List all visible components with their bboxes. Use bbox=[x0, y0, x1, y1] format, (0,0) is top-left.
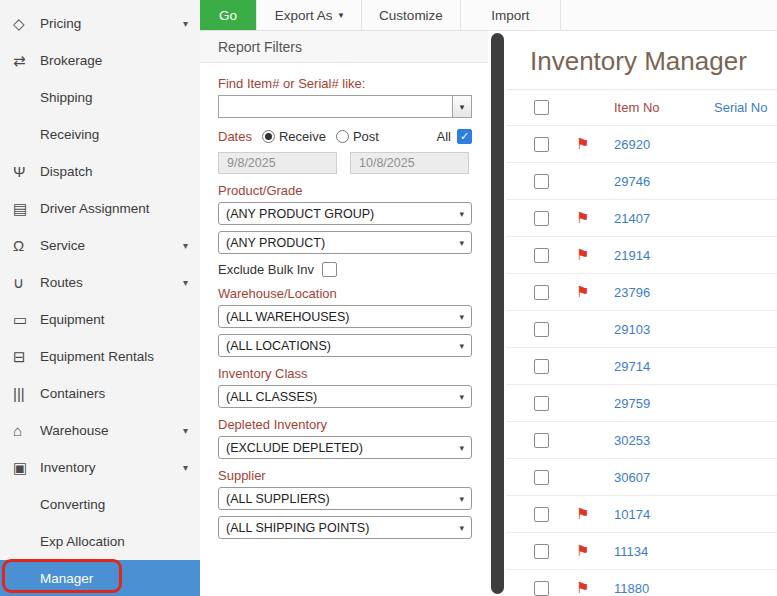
filters-header: Report Filters bbox=[200, 31, 488, 63]
receive-radio[interactable] bbox=[262, 130, 275, 143]
flag-icon[interactable]: ⚑ bbox=[576, 246, 614, 264]
export-as-label: Export As bbox=[275, 8, 333, 23]
item-no-link[interactable]: 29746 bbox=[614, 174, 714, 189]
find-item-input[interactable] bbox=[218, 95, 452, 118]
select-all-checkbox[interactable] bbox=[534, 100, 549, 115]
row-checkbox[interactable] bbox=[534, 211, 549, 226]
table-row: ⚑21407 bbox=[506, 200, 777, 237]
item-no-link[interactable]: 26920 bbox=[614, 137, 714, 152]
item-no-link[interactable]: 11134 bbox=[614, 544, 714, 559]
chevron-down-icon: ▾ bbox=[183, 277, 188, 288]
sidebar-item-warehouse[interactable]: ⌂Warehouse▾ bbox=[0, 412, 200, 449]
row-checkbox[interactable] bbox=[534, 322, 549, 337]
table-row: 30253 bbox=[506, 422, 777, 459]
container-icon: ||| bbox=[13, 385, 40, 402]
sidebar-item-converting[interactable]: Converting bbox=[0, 486, 200, 523]
row-checkbox[interactable] bbox=[534, 137, 549, 152]
item-no-link[interactable]: 30607 bbox=[614, 470, 714, 485]
dates-row: Dates Receive Post All ✓ bbox=[218, 129, 472, 144]
locations-select[interactable]: (ALL LOCATIONS) ▾ bbox=[218, 334, 472, 357]
main-area: Go Export As ▾ Customize Import Report F… bbox=[200, 0, 777, 596]
sidebar-item-receiving[interactable]: Receiving bbox=[0, 116, 200, 153]
sidebar-item-label: Inventory bbox=[40, 460, 96, 475]
row-checkbox[interactable] bbox=[534, 544, 549, 559]
sidebar-item-inventory[interactable]: ▣Inventory▾ bbox=[0, 449, 200, 486]
sidebar-item-service[interactable]: ΩService▾ bbox=[0, 227, 200, 264]
depleted-select[interactable]: (EXCLUDE DEPLETED) ▾ bbox=[218, 436, 472, 459]
flag-icon[interactable]: ⚑ bbox=[576, 542, 614, 560]
row-checkbox[interactable] bbox=[534, 396, 549, 411]
sidebar-item-pricing[interactable]: ◇Pricing▾ bbox=[0, 5, 200, 42]
product-value: (ANY PRODUCT) bbox=[226, 236, 325, 250]
chevron-down-icon: ▾ bbox=[459, 494, 464, 504]
suppliers-select[interactable]: (ALL SUPPLIERS) ▾ bbox=[218, 487, 472, 510]
sidebar-item-equipment-rentals[interactable]: ⊟Equipment Rentals bbox=[0, 338, 200, 375]
chevron-down-icon: ▾ bbox=[459, 523, 464, 533]
row-checkbox[interactable] bbox=[534, 359, 549, 374]
row-checkbox[interactable] bbox=[534, 248, 549, 263]
item-no-link[interactable]: 30253 bbox=[614, 433, 714, 448]
row-checkbox[interactable] bbox=[534, 433, 549, 448]
classes-select[interactable]: (ALL CLASSES) ▾ bbox=[218, 385, 472, 408]
item-no-link[interactable]: 10174 bbox=[614, 507, 714, 522]
row-checkbox[interactable] bbox=[534, 507, 549, 522]
date-from-input: 9/8/2025 bbox=[218, 152, 337, 174]
sidebar-item-manager[interactable]: Manager bbox=[0, 560, 200, 596]
sidebar-item-shipping[interactable]: Shipping bbox=[0, 79, 200, 116]
flag-icon[interactable]: ⚑ bbox=[576, 505, 614, 523]
scrollbar-thumb[interactable] bbox=[491, 33, 504, 594]
sidebar-item-driver-assignment[interactable]: ▤Driver Assignment bbox=[0, 190, 200, 227]
combo-dropdown-button[interactable]: ▾ bbox=[452, 95, 472, 118]
exclude-bulk-checkbox[interactable] bbox=[322, 262, 337, 277]
customize-button[interactable]: Customize bbox=[362, 0, 461, 30]
item-no-link[interactable]: 29103 bbox=[614, 322, 714, 337]
export-as-button[interactable]: Export As ▾ bbox=[257, 0, 362, 30]
flag-icon[interactable]: ⚑ bbox=[576, 579, 614, 596]
flag-icon[interactable]: ⚑ bbox=[576, 135, 614, 153]
table-row: ⚑11134 bbox=[506, 533, 777, 570]
chevron-down-icon: ▾ bbox=[459, 392, 464, 402]
sidebar-item-brokerage[interactable]: ⇄Brokerage bbox=[0, 42, 200, 79]
item-no-link[interactable]: 11880 bbox=[614, 581, 714, 596]
item-no-link[interactable]: 29714 bbox=[614, 359, 714, 374]
product-select[interactable]: (ANY PRODUCT) ▾ bbox=[218, 231, 472, 254]
item-no-link[interactable]: 29759 bbox=[614, 396, 714, 411]
sidebar-item-containers[interactable]: |||Containers bbox=[0, 375, 200, 412]
sidebar-item-dispatch[interactable]: ΨDispatch bbox=[0, 153, 200, 190]
chevron-down-icon: ▾ bbox=[459, 443, 464, 453]
suppliers-value: (ALL SUPPLIERS) bbox=[226, 492, 330, 506]
row-checkbox[interactable] bbox=[534, 285, 549, 300]
all-label: All bbox=[437, 129, 451, 144]
clipboard-icon: ▤ bbox=[13, 200, 40, 218]
depleted-inventory-label: Depleted Inventory bbox=[218, 417, 472, 432]
sidebar-item-label: Routes bbox=[40, 275, 83, 290]
go-button[interactable]: Go bbox=[200, 0, 257, 30]
post-radio[interactable] bbox=[336, 130, 349, 143]
sidebar-item-equipment[interactable]: ▭Equipment bbox=[0, 301, 200, 338]
chevron-down-icon: ▾ bbox=[183, 425, 188, 436]
row-checkbox[interactable] bbox=[534, 174, 549, 189]
all-checkbox[interactable]: ✓ bbox=[457, 129, 472, 144]
sidebar-item-label: Pricing bbox=[40, 16, 81, 31]
item-no-link[interactable]: 21407 bbox=[614, 211, 714, 226]
item-no-link[interactable]: 23796 bbox=[614, 285, 714, 300]
flag-icon[interactable]: ⚑ bbox=[576, 283, 614, 301]
product-group-select[interactable]: (ANY PRODUCT GROUP) ▾ bbox=[218, 202, 472, 225]
item-no-link[interactable]: 21914 bbox=[614, 248, 714, 263]
row-checkbox[interactable] bbox=[534, 581, 549, 596]
table-header: Item No Serial No bbox=[506, 90, 777, 126]
row-checkbox[interactable] bbox=[534, 470, 549, 485]
column-header-serial-no[interactable]: Serial No bbox=[714, 100, 777, 115]
warehouses-select[interactable]: (ALL WAREHOUSES) ▾ bbox=[218, 305, 472, 328]
transfer-arrows-icon: ⇄ bbox=[13, 52, 40, 70]
product-group-value: (ANY PRODUCT GROUP) bbox=[226, 207, 374, 221]
sidebar-item-routes[interactable]: ∪Routes▾ bbox=[0, 264, 200, 301]
table-row: 29714 bbox=[506, 348, 777, 385]
flag-icon[interactable]: ⚑ bbox=[576, 209, 614, 227]
table-row: ⚑11880 bbox=[506, 570, 777, 596]
scrollbar-track[interactable] bbox=[488, 31, 506, 596]
sidebar-item-exp-allocation[interactable]: Exp Allocation bbox=[0, 523, 200, 560]
shipping-points-select[interactable]: (ALL SHIPPING POINTS) ▾ bbox=[218, 516, 472, 539]
column-header-item-no[interactable]: Item No bbox=[614, 100, 714, 115]
import-button[interactable]: Import bbox=[461, 0, 561, 30]
